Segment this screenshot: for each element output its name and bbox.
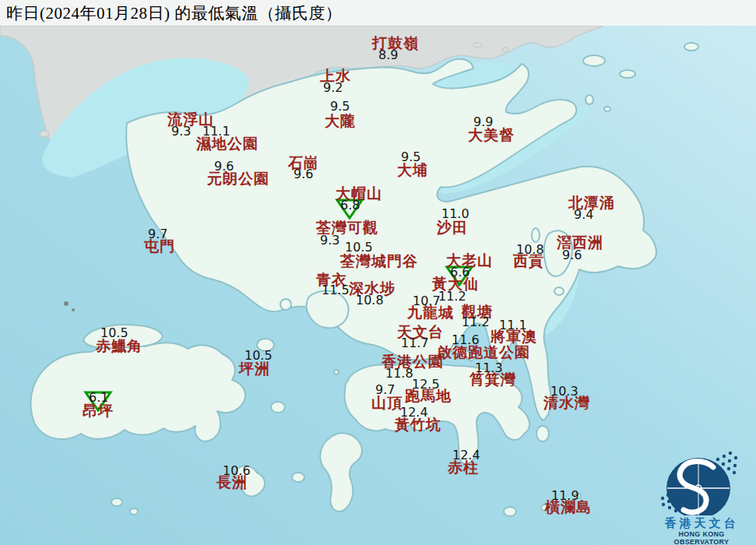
station-temperature-value: 10.5 [244, 350, 273, 362]
station-temperature-value: 8.9 [378, 49, 398, 62]
station-temperature-value: 10.3 [550, 385, 578, 398]
station-name-label: 大埔 [397, 163, 428, 178]
station-temperature-value: 12.5 [412, 378, 440, 391]
station-temperature-value: 10.6 [223, 465, 251, 477]
hko-logo-icon [651, 452, 752, 515]
station-name-label: 啟德跑道公園 [437, 345, 530, 360]
station-temperature-value: 11.6 [452, 334, 480, 346]
station-temperature-value: 11.1 [499, 319, 527, 332]
station-name-label: 山頂 [371, 396, 403, 410]
station-temperature-value: 10.8 [516, 244, 544, 256]
weather-map-screen: 昨日(2024年01月28日) 的最低氣溫（攝氏度） 8.9打鼓嶺9.2上水9.… [0, 0, 756, 545]
station-temperature-value: 9.3 [171, 125, 191, 138]
station-temperature-value: 9.7 [375, 384, 395, 396]
station-temperature-value: 10.5 [345, 241, 373, 254]
station-temperature-value: 10.8 [356, 294, 384, 307]
station-temperature-value: 6.6 [450, 266, 469, 279]
station-temperature-value: 10.7 [413, 295, 441, 308]
station-name-label: 大美督 [468, 128, 515, 142]
station-temperature-value: 11.5 [322, 284, 350, 297]
page-title: 昨日(2024年01月28日) 的最低氣溫（攝氏度） [6, 4, 342, 23]
station-temperature-value: 12.4 [400, 406, 428, 419]
station-temperature-value: 9.6 [214, 160, 234, 173]
lantau-island [31, 343, 245, 441]
station-name-label: 昂坪 [83, 403, 114, 418]
station-temperature-value: 9.6 [294, 168, 313, 181]
station-temperature-value: 9.4 [574, 209, 593, 221]
station-name-label: 沙田 [437, 220, 468, 235]
station-name-label: 荃灣城門谷 [340, 254, 418, 269]
station-temperature-value: 11.7 [401, 337, 429, 350]
hko-logo-chinese-text: 香港天文台 [651, 517, 752, 530]
station-temperature-value: 12.4 [452, 449, 480, 462]
station-temperature-value: 9.2 [323, 82, 343, 94]
station-temperature-value: 9.9 [473, 116, 493, 128]
hko-logo-english-text: HONG KONG OBSERVATORY [651, 530, 752, 545]
station-temperature-value: 9.7 [148, 228, 167, 241]
station-temperature-value: 9.5 [330, 100, 350, 113]
station-temperature-value: 6.8 [340, 199, 360, 212]
station-temperature-value: 9.3 [320, 234, 339, 247]
station-temperature-value: 11.8 [385, 367, 413, 380]
station-temperature-value: 11.3 [475, 362, 503, 374]
station-temperature-value: 11.2 [462, 316, 490, 329]
station-temperature-value: 6.1 [89, 392, 108, 404]
station-temperature-value: 11.0 [441, 208, 469, 220]
station-temperature-value: 9.6 [562, 249, 582, 262]
hko-logo: 香港天文台 HONG KONG OBSERVATORY [651, 452, 752, 543]
hong-kong-map [0, 0, 756, 545]
station-name-label: 坪洲 [239, 361, 270, 376]
station-temperature-value: 11.1 [202, 125, 230, 138]
station-temperature-value: 10.5 [100, 327, 128, 339]
station-name-label: 大隴 [325, 114, 356, 128]
station-temperature-value: 9.5 [401, 151, 420, 164]
station-temperature-value: 11.9 [551, 490, 579, 502]
station-temperature-value: 11.2 [438, 290, 466, 303]
station-name-label: 赤鱲角 [96, 339, 142, 353]
